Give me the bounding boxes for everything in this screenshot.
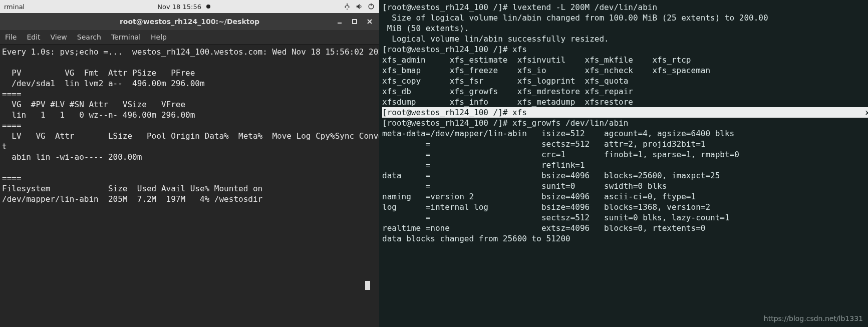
- svg-rect-6: [349, 7, 350, 8]
- terminal-menubar: File Edit View Search Terminal Help: [0, 30, 379, 45]
- power-icon[interactable]: [367, 3, 375, 11]
- window-titlebar: root@westos_rh124_100:~/Desktop: [0, 13, 379, 30]
- watermark: https://blog.csdn.net/lb1331: [764, 313, 863, 324]
- svg-marker-8: [357, 4, 360, 10]
- svg-rect-10: [371, 4, 371, 6]
- svg-rect-12: [353, 20, 357, 24]
- left-terminal[interactable]: Every 1.0s: pvs;echo =... westos_rh124_1…: [0, 45, 379, 327]
- minimize-button[interactable]: [334, 16, 345, 27]
- highlight-line-2: xfs_admin xfs_estimate xfsinvutil xfs_mk…: [865, 107, 868, 118]
- cursor-icon: [365, 281, 370, 290]
- right-seg1: [root@westos_rh124_100 /]# lvextend -L 2…: [382, 3, 768, 107]
- menu-help[interactable]: Help: [151, 33, 167, 41]
- svg-rect-0: [347, 4, 348, 5]
- close-button[interactable]: [364, 16, 375, 27]
- app-indicator[interactable]: rminal: [4, 3, 25, 11]
- right-terminal[interactable]: [root@westos_rh124_100 /]# lvextend -L 2…: [379, 0, 868, 327]
- left-terminal-text: Every 1.0s: pvs;echo =... westos_rh124_1…: [2, 47, 379, 204]
- highlight-line-1: [root@westos_rh124_100 /]# xfs: [382, 107, 865, 118]
- menu-terminal[interactable]: Terminal: [111, 33, 141, 41]
- menu-search[interactable]: Search: [77, 33, 101, 41]
- menu-view[interactable]: View: [51, 33, 67, 41]
- svg-rect-4: [346, 6, 349, 6]
- gnome-topbar: rminal Nov 18 15:56: [0, 0, 379, 13]
- network-icon[interactable]: [343, 3, 351, 11]
- svg-rect-1: [345, 6, 346, 7]
- menu-file[interactable]: File: [5, 33, 17, 41]
- menu-edit[interactable]: Edit: [27, 33, 40, 41]
- left-pane: rminal Nov 18 15:56 root@westos_rh124_10…: [0, 0, 379, 327]
- svg-rect-2: [349, 6, 350, 7]
- volume-icon[interactable]: [355, 3, 363, 11]
- svg-rect-7: [347, 9, 348, 10]
- maximize-button[interactable]: [349, 16, 360, 27]
- right-seg2: [root@westos_rh124_100 /]# xfs_growfs /d…: [382, 118, 739, 243]
- notification-dot-icon: [206, 5, 210, 9]
- svg-rect-3: [347, 5, 348, 6]
- clock[interactable]: Nov 18 15:56: [157, 3, 201, 11]
- window-title: root@westos_rh124_100:~/Desktop: [120, 18, 259, 26]
- svg-rect-5: [345, 7, 346, 8]
